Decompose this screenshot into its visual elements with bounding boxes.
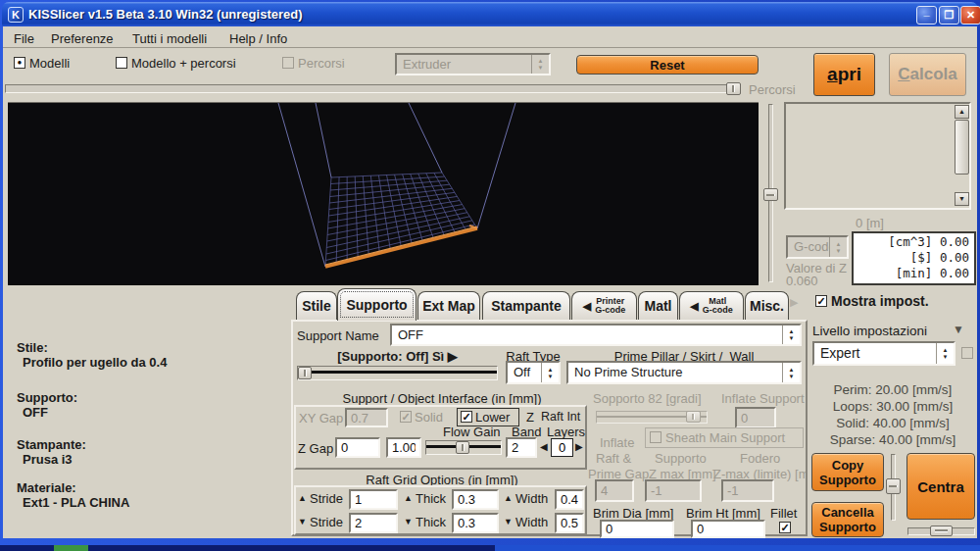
prime-gap-field [595, 479, 634, 502]
z-gap-label: Z Gap [298, 441, 333, 456]
tab-overflow-icon[interactable]: ▶ [790, 296, 798, 309]
close-button[interactable]: ✕ [960, 6, 980, 25]
speed-summary: Perim: 20.00 [mm/s] Loops: 30.00 [mm/s] … [809, 381, 976, 448]
app-icon: K [8, 7, 24, 23]
tab-misc[interactable]: Misc. [745, 291, 789, 320]
raft-int-label: Raft Int [541, 410, 580, 424]
paths-slider-handle[interactable] [726, 82, 741, 95]
tab-ext-map[interactable]: Ext Map [417, 291, 480, 320]
z-value: 0.060 [786, 274, 818, 288]
thick-up-label: Thick [416, 491, 446, 506]
paths-slider[interactable] [5, 84, 740, 93]
minimize-button[interactable]: _ [916, 6, 937, 25]
prime-pillar-value: No Prime Structure [568, 363, 782, 382]
tab-stile[interactable]: Stile [296, 291, 337, 320]
brim-dia-field[interactable] [600, 520, 674, 538]
tab-matl-gcode[interactable]: ◀ Matl G-code [679, 291, 744, 320]
gcode-listbox[interactable] [784, 102, 971, 210]
raft-type-select[interactable]: Off ▲▼ [506, 361, 561, 384]
level-select[interactable]: Expert ▲▼ [812, 341, 956, 366]
lower-label: Lower [475, 410, 510, 425]
extruder-stepper-icon: ▲▼ [531, 55, 549, 74]
listbox-scroll-down-icon[interactable]: ▼ [955, 192, 969, 206]
livello-collapse-icon[interactable]: ▼ [953, 323, 964, 336]
radio-dot-icon: ● [18, 58, 23, 67]
raft-type-value: Off [508, 363, 541, 382]
listbox-scroll-thumb[interactable] [955, 120, 969, 175]
inflate-support-field [735, 407, 776, 428]
tab-printer-gcode[interactable]: ◀ Printer G-code [571, 291, 637, 320]
width-up-label: Width [515, 491, 548, 506]
stride-down-field[interactable] [349, 513, 398, 533]
inflate-raft-label-1: Inflate [600, 435, 634, 450]
close-icon: ✕ [966, 9, 975, 21]
maximize-button[interactable]: ❐ [939, 6, 959, 25]
stride-up-field[interactable] [349, 489, 398, 510]
support-name-select[interactable]: OFF ▲▼ [390, 324, 802, 346]
viewport-vslider-handle[interactable] [763, 188, 778, 201]
width-up-field[interactable] [555, 489, 584, 510]
brim-ht-field[interactable] [691, 520, 765, 538]
viewport-3d[interactable] [8, 102, 759, 285]
layers-increment-icon[interactable]: ▶ [575, 441, 583, 452]
layers-decrement-icon[interactable]: ◀ [540, 441, 548, 452]
cancella-supporto-button[interactable]: Cancella Supporto [811, 502, 884, 537]
centra-button[interactable]: Centra [906, 453, 975, 520]
support-toggle-slider[interactable] [297, 366, 498, 380]
width-down-icon: ▼ [504, 517, 513, 526]
centra-hslider-handle[interactable] [930, 526, 953, 536]
thick-up-icon: ▲ [404, 493, 413, 503]
stat-cost: [$] 0.00 [854, 250, 969, 266]
listbox-scroll-up-icon[interactable]: ▲ [955, 105, 969, 119]
settings-vslider-handle[interactable] [886, 478, 901, 494]
thick-up-field[interactable] [452, 489, 499, 510]
menu-file[interactable]: File [8, 29, 40, 48]
stat-volume: [cm^3] 0.00 [854, 234, 969, 250]
inflate-raft-label-2: Raft & [596, 451, 631, 466]
menu-tutti-i-modelli[interactable]: Tutti i modelli [126, 29, 213, 48]
tab-matl[interactable]: Matl [638, 291, 678, 320]
menu-help-info[interactable]: Help / Info [223, 29, 293, 48]
solid-checkbox: ✓ [400, 411, 412, 423]
titlebar[interactable]: K KISSlicer v1.5 Beta 3.10 Win32 (unregi… [2, 2, 978, 26]
support-name-stepper-icon: ▲▼ [782, 326, 800, 344]
flow-gain-slider-handle[interactable] [456, 441, 469, 454]
z-gap-field[interactable] [335, 437, 380, 458]
level-stepper-icon: ▲▼ [936, 343, 954, 364]
mostra-impost-checkbox[interactable]: ✓ [815, 295, 827, 307]
layers-field[interactable] [551, 438, 573, 457]
info-materiale-value: Ext1 - PLA CHINA [23, 495, 129, 510]
band-field[interactable] [506, 437, 537, 458]
support-name-label: Support Name [297, 328, 379, 343]
thick-down-field[interactable] [452, 513, 499, 533]
stats-box: [cm^3] 0.00 [$] 0.00 [min] 0.00 [852, 231, 976, 285]
prime-pillar-select[interactable]: No Prime Structure ▲▼ [566, 361, 802, 384]
layers-label: Layers [547, 425, 585, 439]
stat-time: [min] 0.00 [854, 266, 969, 281]
gcode-stepper-icon: ▲▼ [829, 237, 847, 257]
minimize-icon: _ [923, 5, 929, 17]
speed-perim: Perim: 20.00 [mm/s] [809, 381, 976, 398]
lower-checkbox[interactable]: ✓ [461, 411, 472, 423]
width-down-field[interactable] [555, 513, 584, 533]
modelli-radio-label: Modelli [29, 56, 70, 71]
sopporto-gradi-label: Sopporto 82 [gradi] [593, 391, 702, 406]
support-name-value: OFF [392, 326, 782, 344]
speed-loops: Loops: 30.00 [mm/s] [809, 398, 976, 415]
flow-gain-field[interactable] [386, 437, 421, 458]
kisslicer-window: K KISSlicer v1.5 Beta 3.10 Win32 (unregi… [0, 0, 980, 551]
support-toggle-slider-handle[interactable] [298, 367, 312, 379]
reset-button[interactable]: Reset [576, 55, 759, 75]
apri-button[interactable]: apri [813, 53, 875, 96]
menu-preferenze[interactable]: Preferenze [45, 29, 120, 48]
modello-percorsi-label: Modello + percorsi [131, 56, 236, 71]
tab-stampante[interactable]: Stampante [482, 291, 570, 320]
modello-percorsi-checkbox[interactable] [116, 57, 127, 69]
modelli-radio[interactable]: ● [14, 57, 25, 69]
supporto-zmax-label-1: Supporto [655, 451, 707, 466]
fillet-checkbox[interactable]: ✓ [779, 522, 791, 533]
tab-left-arrow-icon: ◀ [690, 301, 698, 312]
percorsi-checkbox [282, 57, 294, 69]
tab-supporto[interactable]: Supporto [337, 288, 416, 321]
copy-supporto-button[interactable]: Copy Supporto [811, 453, 884, 491]
